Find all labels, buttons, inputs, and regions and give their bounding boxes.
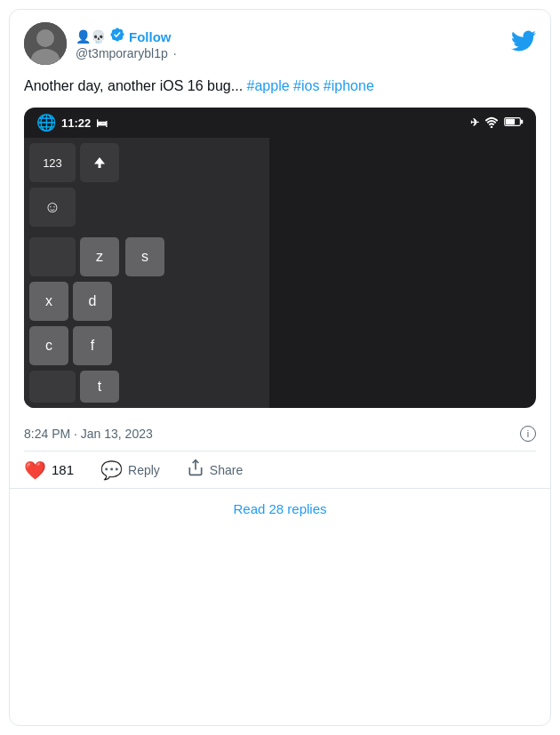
tweet-text-main: Another day, another iOS 16 bug... bbox=[24, 78, 247, 93]
key-row-bottom: t bbox=[29, 371, 264, 403]
key-123[interactable]: 123 bbox=[29, 143, 76, 182]
hashtag-iphone[interactable]: #iphone bbox=[324, 78, 374, 93]
reply-bubble-icon: 💬 bbox=[100, 459, 123, 481]
key-s[interactable]: s bbox=[125, 237, 164, 276]
key-z[interactable]: z bbox=[80, 237, 119, 276]
avatar[interactable] bbox=[24, 22, 67, 65]
wifi-icon bbox=[484, 116, 499, 131]
svg-rect-6 bbox=[506, 118, 515, 124]
like-heart-icon: ❤️ bbox=[24, 459, 46, 481]
status-left: 🌐 11:22 🛏 bbox=[36, 113, 108, 132]
globe-icon: 🌐 bbox=[36, 113, 56, 132]
ios-screenshot: 🌐 11:22 🛏 ✈ bbox=[24, 108, 536, 408]
keyboard-area: 123 ☺ z s bbox=[24, 138, 536, 408]
tweet-timestamp: 8:24 PM · Jan 13, 2023 bbox=[24, 427, 153, 441]
tweet-text: Another day, another iOS 16 bug... #appl… bbox=[10, 72, 550, 108]
follow-button[interactable]: Follow bbox=[129, 29, 172, 44]
username-row: 👤💀 Follow bbox=[76, 27, 177, 46]
key-x[interactable]: x bbox=[29, 282, 68, 321]
key-row-c: c f bbox=[29, 326, 264, 365]
handle-row: @t3mporarybl1p · bbox=[76, 46, 177, 60]
key-row-z: z s bbox=[29, 237, 264, 276]
key-n[interactable] bbox=[29, 237, 76, 276]
key-t[interactable]: t bbox=[80, 371, 119, 403]
key-emoji[interactable]: ☺ bbox=[29, 188, 76, 227]
like-count: 181 bbox=[52, 462, 74, 477]
like-button[interactable]: ❤️ 181 bbox=[24, 459, 74, 481]
verified-icon bbox=[109, 27, 125, 46]
key-f[interactable]: f bbox=[73, 326, 112, 365]
share-icon bbox=[187, 459, 204, 481]
key-c[interactable]: c bbox=[29, 326, 68, 365]
user-handle: @t3mporarybl1p bbox=[76, 46, 168, 60]
user-emoji: 👤💀 bbox=[76, 29, 106, 44]
keyboard-left: 123 ☺ z s bbox=[24, 138, 269, 408]
key-space[interactable] bbox=[29, 371, 76, 403]
tweet-card: 👤💀 Follow @t3mporarybl1p · Another day, … bbox=[9, 9, 551, 726]
hashtag-apple[interactable]: #apple bbox=[247, 78, 290, 93]
key-row-2: ☺ bbox=[29, 188, 264, 227]
info-icon[interactable]: i bbox=[520, 426, 536, 442]
tweet-image-wrapper: 🌐 11:22 🛏 ✈ bbox=[10, 108, 550, 417]
tweet-header: 👤💀 Follow @t3mporarybl1p · bbox=[10, 10, 550, 72]
svg-point-1 bbox=[36, 29, 54, 47]
key-d[interactable]: d bbox=[73, 282, 112, 321]
reply-button[interactable]: 💬 Reply bbox=[100, 459, 160, 481]
reply-label: Reply bbox=[128, 463, 160, 477]
tweet-meta: 8:24 PM · Jan 13, 2023 i bbox=[10, 417, 550, 451]
user-info: 👤💀 Follow @t3mporarybl1p · bbox=[76, 27, 177, 60]
bed-icon: 🛏 bbox=[96, 116, 108, 130]
separator: · bbox=[173, 46, 177, 60]
status-right: ✈ bbox=[470, 116, 524, 131]
ios-status-bar: 🌐 11:22 🛏 ✈ bbox=[24, 108, 536, 138]
status-time: 11:22 bbox=[61, 116, 91, 130]
battery-icon bbox=[504, 116, 524, 130]
svg-point-3 bbox=[491, 125, 493, 127]
key-row-1: 123 bbox=[29, 143, 264, 182]
hashtag-ios[interactable]: #ios bbox=[293, 78, 319, 93]
tweet-header-left: 👤💀 Follow @t3mporarybl1p · bbox=[24, 22, 177, 65]
read-replies-button[interactable]: Read 28 replies bbox=[10, 489, 550, 529]
share-button[interactable]: Share bbox=[187, 459, 243, 481]
tweet-actions: ❤️ 181 💬 Reply Share bbox=[10, 451, 550, 488]
share-label: Share bbox=[210, 463, 243, 477]
key-row-x: x d bbox=[29, 282, 264, 321]
twitter-bird-icon bbox=[511, 28, 536, 60]
airplane-icon: ✈ bbox=[470, 116, 479, 129]
svg-rect-5 bbox=[520, 119, 523, 123]
key-shift[interactable] bbox=[80, 143, 119, 182]
